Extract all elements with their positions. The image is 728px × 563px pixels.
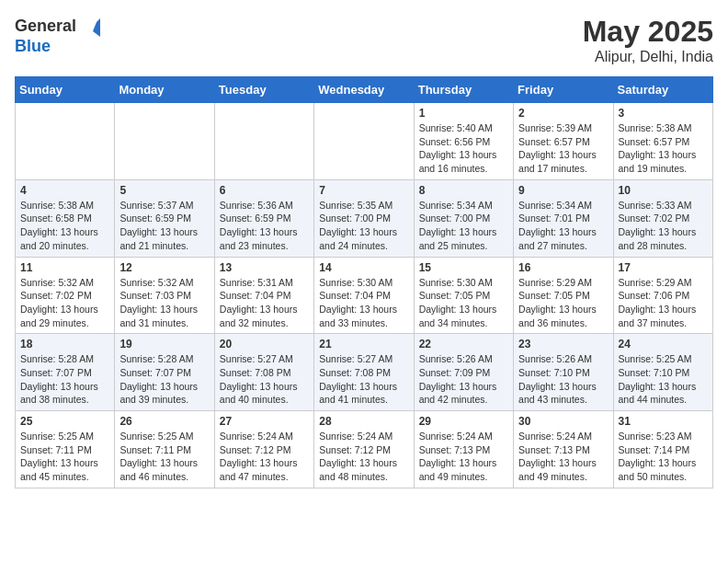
day-of-week-header: Saturday xyxy=(613,77,712,103)
calendar-week-row: 25Sunrise: 5:25 AMSunset: 7:11 PMDayligh… xyxy=(16,411,713,488)
calendar-cell xyxy=(16,103,115,180)
calendar-header-row: SundayMondayTuesdayWednesdayThursdayFrid… xyxy=(16,77,713,103)
day-number: 3 xyxy=(619,107,708,120)
day-info: Sunrise: 5:38 AMSunset: 6:58 PMDaylight:… xyxy=(20,199,109,253)
day-info: Sunrise: 5:38 AMSunset: 6:57 PMDaylight:… xyxy=(619,121,708,176)
calendar-cell: 27Sunrise: 5:24 AMSunset: 7:12 PMDayligh… xyxy=(214,411,313,488)
day-info: Sunrise: 5:25 AMSunset: 7:11 PMDaylight:… xyxy=(20,430,109,484)
day-number: 10 xyxy=(619,184,708,197)
logo-general: General xyxy=(15,17,76,36)
logo-icon xyxy=(78,15,100,37)
calendar-cell: 12Sunrise: 5:32 AMSunset: 7:03 PMDayligh… xyxy=(115,257,214,334)
day-number: 31 xyxy=(619,415,708,428)
calendar-cell: 9Sunrise: 5:34 AMSunset: 7:01 PMDaylight… xyxy=(514,179,613,257)
day-info: Sunrise: 5:29 AMSunset: 7:06 PMDaylight:… xyxy=(619,276,708,330)
day-number: 14 xyxy=(319,261,408,274)
calendar-cell: 11Sunrise: 5:32 AMSunset: 7:02 PMDayligh… xyxy=(16,257,115,334)
calendar-cell xyxy=(214,103,313,180)
day-number: 7 xyxy=(319,184,408,197)
day-number: 12 xyxy=(119,261,209,274)
day-info: Sunrise: 5:24 AMSunset: 7:12 PMDaylight:… xyxy=(319,430,408,484)
calendar-cell: 18Sunrise: 5:28 AMSunset: 7:07 PMDayligh… xyxy=(16,334,115,411)
day-number: 30 xyxy=(518,415,608,428)
calendar-week-row: 11Sunrise: 5:32 AMSunset: 7:02 PMDayligh… xyxy=(16,257,713,334)
day-number: 17 xyxy=(619,261,708,274)
day-number: 9 xyxy=(518,184,608,197)
day-info: Sunrise: 5:26 AMSunset: 7:09 PMDaylight:… xyxy=(419,352,508,407)
calendar-cell: 8Sunrise: 5:34 AMSunset: 7:00 PMDaylight… xyxy=(414,179,513,257)
calendar-cell: 21Sunrise: 5:27 AMSunset: 7:08 PMDayligh… xyxy=(314,334,414,411)
day-info: Sunrise: 5:25 AMSunset: 7:11 PMDaylight:… xyxy=(119,430,209,484)
day-info: Sunrise: 5:30 AMSunset: 7:04 PMDaylight:… xyxy=(319,276,408,330)
day-info: Sunrise: 5:24 AMSunset: 7:13 PMDaylight:… xyxy=(518,430,608,484)
day-info: Sunrise: 5:32 AMSunset: 7:02 PMDaylight:… xyxy=(20,276,109,330)
calendar-cell: 5Sunrise: 5:37 AMSunset: 6:59 PMDaylight… xyxy=(115,179,214,257)
calendar-cell: 28Sunrise: 5:24 AMSunset: 7:12 PMDayligh… xyxy=(314,411,414,488)
day-number: 2 xyxy=(518,107,608,120)
calendar-cell xyxy=(115,103,214,180)
day-number: 20 xyxy=(220,338,309,350)
day-info: Sunrise: 5:27 AMSunset: 7:08 PMDaylight:… xyxy=(319,352,408,407)
day-info: Sunrise: 5:32 AMSunset: 7:03 PMDaylight:… xyxy=(119,276,209,330)
day-info: Sunrise: 5:37 AMSunset: 6:59 PMDaylight:… xyxy=(119,199,209,253)
day-info: Sunrise: 5:40 AMSunset: 6:56 PMDaylight:… xyxy=(419,121,508,176)
calendar-cell: 24Sunrise: 5:25 AMSunset: 7:10 PMDayligh… xyxy=(613,334,712,411)
calendar-cell: 15Sunrise: 5:30 AMSunset: 7:05 PMDayligh… xyxy=(414,257,513,334)
day-info: Sunrise: 5:23 AMSunset: 7:14 PMDaylight:… xyxy=(619,430,708,484)
day-of-week-header: Wednesday xyxy=(314,77,414,103)
day-number: 8 xyxy=(419,184,508,197)
day-number: 23 xyxy=(518,338,608,350)
day-number: 11 xyxy=(20,261,109,274)
calendar-cell: 20Sunrise: 5:27 AMSunset: 7:08 PMDayligh… xyxy=(214,334,313,411)
day-number: 21 xyxy=(319,338,408,350)
calendar-cell: 3Sunrise: 5:38 AMSunset: 6:57 PMDaylight… xyxy=(613,103,712,180)
day-info: Sunrise: 5:28 AMSunset: 7:07 PMDaylight:… xyxy=(119,352,209,407)
day-info: Sunrise: 5:33 AMSunset: 7:02 PMDaylight:… xyxy=(619,199,708,253)
day-info: Sunrise: 5:31 AMSunset: 7:04 PMDaylight:… xyxy=(220,276,309,330)
day-info: Sunrise: 5:28 AMSunset: 7:07 PMDaylight:… xyxy=(20,352,109,407)
calendar-cell: 10Sunrise: 5:33 AMSunset: 7:02 PMDayligh… xyxy=(613,179,712,257)
calendar-cell xyxy=(314,103,414,180)
day-info: Sunrise: 5:34 AMSunset: 7:01 PMDaylight:… xyxy=(518,199,608,253)
calendar-week-row: 4Sunrise: 5:38 AMSunset: 6:58 PMDaylight… xyxy=(16,179,713,257)
day-info: Sunrise: 5:26 AMSunset: 7:10 PMDaylight:… xyxy=(518,352,608,407)
day-info: Sunrise: 5:36 AMSunset: 6:59 PMDaylight:… xyxy=(220,199,309,253)
day-number: 16 xyxy=(518,261,608,274)
logo: General Blue xyxy=(15,15,100,56)
day-number: 25 xyxy=(20,415,109,428)
day-info: Sunrise: 5:27 AMSunset: 7:08 PMDaylight:… xyxy=(220,352,309,407)
calendar-cell: 30Sunrise: 5:24 AMSunset: 7:13 PMDayligh… xyxy=(514,411,613,488)
day-number: 18 xyxy=(20,338,109,350)
calendar-cell: 4Sunrise: 5:38 AMSunset: 6:58 PMDaylight… xyxy=(16,179,115,257)
calendar-cell: 22Sunrise: 5:26 AMSunset: 7:09 PMDayligh… xyxy=(414,334,513,411)
day-number: 24 xyxy=(619,338,708,350)
day-info: Sunrise: 5:24 AMSunset: 7:12 PMDaylight:… xyxy=(220,430,309,484)
day-of-week-header: Thursday xyxy=(414,77,513,103)
title-block: May 2025 Alipur, Delhi, India xyxy=(583,15,713,65)
logo-blue: Blue xyxy=(15,37,51,55)
day-of-week-header: Sunday xyxy=(16,77,115,103)
calendar-cell: 1Sunrise: 5:40 AMSunset: 6:56 PMDaylight… xyxy=(414,103,513,180)
day-of-week-header: Monday xyxy=(115,77,214,103)
day-info: Sunrise: 5:39 AMSunset: 6:57 PMDaylight:… xyxy=(518,121,608,176)
day-info: Sunrise: 5:34 AMSunset: 7:00 PMDaylight:… xyxy=(419,199,508,253)
calendar-cell: 6Sunrise: 5:36 AMSunset: 6:59 PMDaylight… xyxy=(214,179,313,257)
day-number: 29 xyxy=(419,415,508,428)
calendar-week-row: 18Sunrise: 5:28 AMSunset: 7:07 PMDayligh… xyxy=(16,334,713,411)
calendar-cell: 14Sunrise: 5:30 AMSunset: 7:04 PMDayligh… xyxy=(314,257,414,334)
calendar-cell: 2Sunrise: 5:39 AMSunset: 6:57 PMDaylight… xyxy=(514,103,613,180)
calendar-subtitle: Alipur, Delhi, India xyxy=(583,49,713,65)
day-number: 15 xyxy=(419,261,508,274)
calendar-cell: 17Sunrise: 5:29 AMSunset: 7:06 PMDayligh… xyxy=(613,257,712,334)
day-number: 1 xyxy=(419,107,508,120)
calendar-cell: 31Sunrise: 5:23 AMSunset: 7:14 PMDayligh… xyxy=(613,411,712,488)
day-info: Sunrise: 5:30 AMSunset: 7:05 PMDaylight:… xyxy=(419,276,508,330)
day-info: Sunrise: 5:25 AMSunset: 7:10 PMDaylight:… xyxy=(619,352,708,407)
day-of-week-header: Friday xyxy=(514,77,613,103)
day-number: 13 xyxy=(220,261,309,274)
day-of-week-header: Tuesday xyxy=(214,77,313,103)
day-number: 28 xyxy=(319,415,408,428)
calendar-cell: 26Sunrise: 5:25 AMSunset: 7:11 PMDayligh… xyxy=(115,411,214,488)
calendar-cell: 29Sunrise: 5:24 AMSunset: 7:13 PMDayligh… xyxy=(414,411,513,488)
calendar-cell: 13Sunrise: 5:31 AMSunset: 7:04 PMDayligh… xyxy=(214,257,313,334)
